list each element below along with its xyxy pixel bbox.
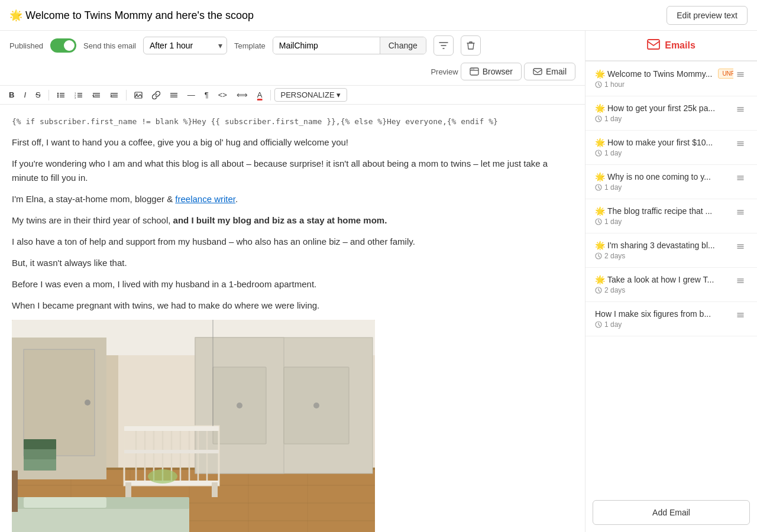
send-time-select[interactable]: After 1 hour After 30 minutes After 2 ho… — [143, 37, 227, 54]
email-title-text: How I make six figures from b... — [595, 309, 711, 319]
email-item-time: 1 day — [595, 183, 733, 192]
email-list-item[interactable]: How I make six figures from b...1 day — [585, 302, 757, 336]
svg-rect-52 — [12, 471, 18, 512]
clock-icon — [595, 150, 602, 157]
divider-2 — [126, 90, 127, 100]
email-list-item[interactable]: 🌟Take a look at how I grew T...2 days — [585, 268, 757, 302]
svg-rect-67 — [125, 482, 131, 497]
clock-icon — [595, 184, 602, 191]
email-list-item[interactable]: 🌟How to get your first 25k pa...1 day — [585, 96, 757, 131]
ol-icon: 123 — [75, 91, 83, 99]
strikethrough-button[interactable]: S — [31, 88, 45, 102]
clock-icon — [595, 218, 602, 225]
add-email-button[interactable]: Add Email — [593, 500, 750, 525]
personalize-button[interactable]: PERSONALIZE ▾ — [274, 88, 347, 102]
special-chars-button[interactable]: ⟺ — [232, 88, 252, 102]
email-item-title: 🌟Welcome to Twins Mommy...UNPUBLISHED CH… — [595, 69, 733, 79]
email-title-text: How to get your first 25k pa... — [607, 103, 715, 113]
link-button[interactable] — [148, 89, 164, 102]
filter-button[interactable] — [434, 35, 454, 56]
font-color-button[interactable]: A — [253, 88, 267, 102]
align-button[interactable] — [166, 89, 182, 102]
svg-rect-68 — [212, 482, 218, 497]
clock-icon — [595, 321, 602, 328]
ol-button[interactable]: 123 — [70, 89, 87, 102]
send-time-wrapper: After 1 hour After 30 minutes After 2 ho… — [143, 37, 227, 54]
email-menu-icon[interactable] — [733, 103, 748, 118]
editor-content[interactable]: {% if subscriber.first_name != blank %}H… — [0, 105, 585, 532]
hr-button[interactable]: — — [183, 88, 199, 102]
email-title-text: How to make your first $10... — [607, 138, 713, 147]
email-menu-icon[interactable] — [733, 69, 748, 83]
email-time-text: 1 day — [604, 183, 622, 192]
delete-button[interactable] — [461, 35, 481, 56]
email-preview-button[interactable]: Email — [524, 63, 575, 80]
svg-point-4 — [57, 92, 58, 93]
paragraph-6: But, it wasn't always like that. — [12, 256, 573, 270]
email-item-title: 🌟How to make your first $10... — [595, 138, 733, 147]
svg-rect-3 — [533, 69, 542, 74]
indent-button[interactable] — [106, 89, 122, 102]
email-item-title: How I make six figures from b... — [595, 309, 733, 319]
change-button[interactable]: Change — [380, 37, 426, 54]
indent-icon — [110, 91, 118, 99]
email-list-item[interactable]: 🌟I'm sharing 3 devastating bl...2 days — [585, 233, 757, 268]
svg-rect-0 — [470, 68, 478, 75]
email-menu-icon[interactable] — [733, 172, 748, 186]
published-label: Published — [9, 41, 43, 50]
email-list-item[interactable]: 🌟How to make your first $10...1 day — [585, 131, 757, 165]
divider-1 — [48, 90, 49, 100]
toggle-thumb — [64, 40, 75, 51]
main-layout: Published Send this email After 1 hour A… — [0, 31, 757, 532]
freelance-writer-link[interactable]: freelance writer — [175, 194, 235, 204]
outdent-icon — [92, 91, 101, 99]
email-emoji: 🌟 — [595, 103, 605, 113]
published-toggle[interactable] — [50, 38, 76, 53]
clock-icon — [595, 252, 602, 259]
browser-icon — [470, 67, 479, 76]
paragraph-4: My twins are in their third year of scho… — [12, 213, 573, 228]
page-title: 🌟 Welcome to Twins Mommy and here's the … — [9, 9, 254, 22]
italic-button[interactable]: I — [20, 88, 30, 102]
email-menu-icon[interactable] — [733, 138, 748, 152]
template-input[interactable] — [273, 37, 380, 54]
code-button[interactable]: <> — [214, 88, 231, 102]
svg-point-45 — [237, 403, 242, 408]
email-list-item[interactable]: 🌟Welcome to Twins Mommy...UNPUBLISHED CH… — [585, 61, 757, 96]
edit-preview-button[interactable]: Edit preview text — [667, 6, 748, 25]
email-menu-icon[interactable] — [733, 275, 748, 289]
outdent-button[interactable] — [88, 89, 105, 102]
preview-group: Preview Browser Email — [431, 63, 575, 80]
email-item-time: 1 day — [595, 149, 733, 157]
email-menu-icon[interactable] — [733, 206, 748, 220]
svg-point-46 — [313, 403, 319, 408]
email-menu-icon[interactable] — [733, 309, 748, 323]
svg-point-5 — [57, 94, 58, 95]
email-emoji: 🌟 — [595, 206, 605, 216]
svg-point-2 — [473, 69, 474, 70]
email-list-item[interactable]: 🌟Why is no one coming to y...1 day — [585, 165, 757, 199]
email-menu-icon[interactable] — [733, 241, 748, 255]
svg-rect-53 — [24, 497, 106, 508]
email-list-item[interactable]: 🌟The blog traffic recipe that ...1 day — [585, 199, 757, 233]
email-time-text: 1 day — [604, 218, 622, 226]
paragraph-5: I also have a ton of help and support fr… — [12, 235, 573, 249]
bold-button[interactable]: B — [5, 88, 18, 102]
personalize-label: PERSONALIZE — [281, 90, 335, 99]
browser-preview-button[interactable]: Browser — [461, 63, 522, 80]
email-item-time: 1 day — [595, 320, 733, 329]
svg-rect-70 — [24, 459, 56, 471]
email-time-text: 2 days — [604, 252, 625, 260]
top-header: 🌟 Welcome to Twins Mommy and here's the … — [0, 0, 757, 31]
divider-3 — [270, 90, 271, 100]
paragraph-7: Before I was even a mom, I lived with my… — [12, 277, 573, 291]
ul-button[interactable] — [53, 89, 69, 102]
paragraph-button[interactable]: ¶ — [200, 88, 213, 102]
email-emoji: 🌟 — [595, 241, 605, 250]
image-button[interactable] — [130, 89, 147, 102]
clock-icon — [595, 287, 602, 294]
email-item-left: 🌟I'm sharing 3 devastating bl...2 days — [595, 241, 733, 260]
svg-rect-71 — [24, 449, 56, 459]
email-title-text: Welcome to Twins Mommy... — [607, 69, 712, 79]
email-title-text: Why is no one coming to y... — [607, 172, 711, 181]
